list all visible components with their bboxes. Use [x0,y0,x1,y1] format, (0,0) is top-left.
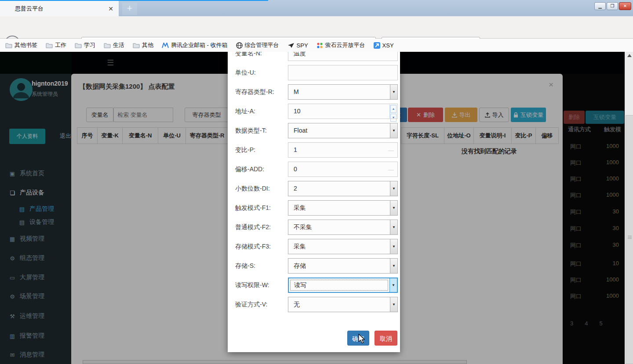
bookmark-tencent-mail[interactable]: 腾讯企业邮箱 - 收件箱 [162,41,228,49]
browser-navbar: ← → ⟳ ⌂ iot.idosp.net/admin/index.html?l… [0,16,633,39]
chevron-down-icon: ▼ [389,278,397,292]
datatype-select[interactable]: Float▼ [288,123,398,138]
form-row: 小数位数-DI: 2▼ [228,181,400,197]
field-label-regtype: 寄存器类型-R: [235,84,274,100]
field-label-offset: 偏移-ADD: [235,162,264,177]
form-row: 普通模式-F2: 不采集▼ [228,220,400,235]
cancel-button[interactable]: 取消 [375,331,397,346]
field-label-trigger-mode: 触发模式-F1: [235,200,271,216]
ezviz-icon [316,42,323,49]
verify-method-select[interactable]: 无▼ [288,297,398,312]
field-label-decimals: 小数位数-DI: [235,181,270,196]
field-label-address: 地址-A: [235,104,255,119]
bookmark-folder-other[interactable]: 其他书签 [5,41,37,49]
bookmark-mgmt-platform[interactable]: 综合管理平台 [236,41,279,49]
form-row: 数据类型-T: Float▼ [228,123,400,139]
bookmark-xsy[interactable]: XSY [374,42,394,49]
storage-select[interactable]: 存储▼ [288,258,398,274]
window-minimize-button[interactable]: ▁ [594,2,606,10]
form-row: 验证方式-V: 无▼ [228,297,400,313]
folder-icon [133,43,140,48]
form-row: 读写权限-W: 读写▼ [228,278,400,293]
browser-tab[interactable]: 思普云平台 ✕ [0,1,119,16]
folder-icon [104,43,111,48]
point-edit-modal: 变量名-N: 单位-U: 寄存器类型-R: M▼ 地址-A: 10▲▼ 数据类型… [228,52,400,352]
tab-close-icon[interactable]: ✕ [108,5,113,12]
varname-input[interactable] [288,52,398,61]
form-row: 寄存器类型-R: M▼ [228,84,400,100]
field-label-normal-mode: 普通模式-F2: [235,220,271,235]
normal-mode-select[interactable]: 不采集▼ [288,220,398,235]
field-label-rw-permission: 读写权限-W: [235,278,269,293]
form-row: 存储-S: 存储▼ [228,258,400,274]
scrollbar-thumb[interactable] [626,115,633,364]
field-label-varname: 变量名-N: [235,52,262,61]
field-label-verify-method: 验证方式-V: [235,297,267,312]
field-label-datatype: 数据类型-T: [235,123,267,138]
rw-permission-select[interactable]: 读写▼ [288,278,398,293]
form-row: 变量名-N: [228,52,400,61]
field-label-storage-mode: 存储模式-F3: [235,239,271,254]
unit-input[interactable] [288,65,398,80]
trigger-mode-select[interactable]: 采集▼ [288,200,398,216]
decimals-select[interactable]: 2▼ [288,181,398,196]
paper-plane-icon [287,43,295,48]
chevron-down-icon: ▼ [390,259,397,273]
form-row: 变比-P: 1— [228,142,400,158]
field-label-ratio: 变比-P: [235,142,255,158]
form-row: 存储模式-F3: 采集▼ [228,239,400,255]
field-label-storage: 存储-S: [235,258,255,274]
new-tab-button[interactable]: + [122,3,137,15]
form-row: 偏移-ADD: 0— [228,162,400,177]
screen: 思普云平台 ✕ + ▁ ❐ ✕ ← → ⟳ ⌂ iot.idosp.net/ad… [0,0,633,364]
xsy-icon [374,42,380,49]
window-close-button[interactable]: ✕ [619,2,631,10]
disabled-spinner-mark: — [388,143,394,158]
bookmark-folder-work[interactable]: 工作 [46,41,66,49]
address-stepper[interactable]: 10▲▼ [288,104,398,119]
browser-titlebar: 思普云平台 ✕ + ▁ ❐ ✕ [0,0,633,16]
chevron-down-icon: ▼ [390,201,397,215]
offset-input[interactable]: 0— [288,162,398,177]
scroll-up-arrow[interactable] [627,54,632,57]
scrollbar-grip [628,236,632,236]
regtype-select[interactable]: M▼ [288,84,398,100]
spinner-arrows[interactable]: ▲▼ [389,105,397,118]
disabled-spinner-mark: — [388,162,394,177]
chevron-down-icon: ▼ [390,181,397,196]
window-restore-button[interactable]: ❐ [607,2,618,10]
folder-icon [75,43,82,48]
storage-mode-select[interactable]: 采集▼ [288,239,398,254]
bookmark-folder-study[interactable]: 学习 [75,41,95,49]
form-row: 触发模式-F1: 采集▼ [228,200,400,216]
bookmark-folder-life[interactable]: 生活 [104,41,124,49]
page-viewport: ☰ hignton2019 系统管理员 个人资料 退出 ▣系统首页 ❏产品设备 … [0,52,633,364]
bookmarks-bar: 其他书签 工作 学习 生活 其他 腾讯企业邮箱 - 收件箱 综合管理平台 SP [0,39,633,52]
globe-icon [236,42,243,49]
bookmark-spy[interactable]: SPY [287,42,308,49]
tencent-mail-icon [162,43,169,48]
chevron-down-icon: ▼ [390,239,397,254]
field-label-unit: 单位-U: [235,65,256,80]
mouse-cursor [358,334,366,344]
chevron-down-icon: ▼ [390,85,397,99]
form-row: 单位-U: [228,65,400,81]
chevron-down-icon: ▼ [390,297,397,312]
folder-icon [5,43,12,48]
bookmark-ezviz[interactable]: 萤石云开放平台 [316,41,365,49]
chevron-down-icon: ▼ [390,123,397,138]
folder-icon [46,43,53,48]
bookmark-folder-misc[interactable]: 其他 [133,41,153,49]
page-scrollbar[interactable] [625,52,633,364]
ratio-input[interactable]: 1— [288,142,398,158]
tab-title: 思普云平台 [15,5,108,13]
chevron-down-icon: ▼ [390,220,397,234]
form-row: 地址-A: 10▲▼ [228,104,400,119]
